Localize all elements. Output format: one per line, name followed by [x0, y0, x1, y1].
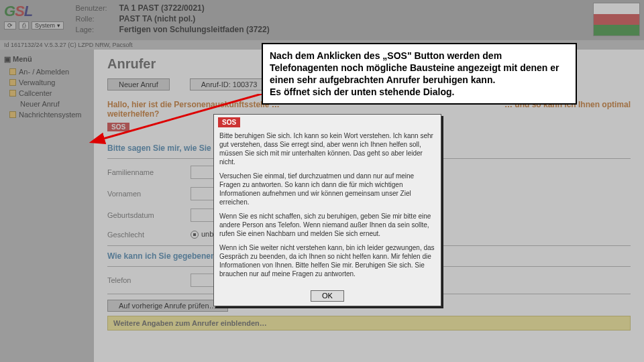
new-call-button[interactable]: Neuer Anruf	[107, 78, 170, 90]
sidebar-item-admin[interactable]: Verwaltung	[3, 77, 91, 88]
sidebar-header: ▣ Menü	[3, 54, 91, 66]
logo-block: GSL ⟳ ⎙ System ▾	[4, 3, 64, 29]
dialog-tag: SOS	[218, 117, 240, 127]
dialog-p1: Bitte beruhigen Sie sich. Ich kann so ke…	[219, 131, 435, 166]
sidebar-item-login[interactable]: An- / Abmelden	[3, 66, 91, 77]
folder-icon	[9, 68, 16, 75]
label-user: Benutzer:	[76, 3, 107, 13]
system-dropdown[interactable]: System ▾	[32, 21, 64, 29]
annotation-callout: Nach dem Anklicken des „SOS" Button werd…	[262, 43, 577, 105]
dialog-p3: Wenn Sie es nicht schaffen, sich zu beru…	[219, 212, 435, 238]
value-user: TA 1 PAST (3722/0021)	[119, 3, 270, 13]
sys-print-icon[interactable]: ⎙	[19, 21, 29, 29]
dialog-p4: Wenn ich Sie weiter nicht verstehen kann…	[219, 243, 435, 278]
value-context: Fertigen von Schulungsleitfaden (3722)	[119, 24, 270, 35]
label-role: Rolle:	[76, 13, 107, 24]
sidebar-item-callcenter[interactable]: Callcenter	[3, 88, 91, 99]
label-gender: Geschlecht	[107, 231, 181, 239]
dialog-p2: Versuchen Sie einmal, tief durchzuatmen …	[219, 172, 435, 206]
header-value-col: TA 1 PAST (3722/0021) PAST TA (nicht pol…	[119, 3, 270, 35]
sidebar-item-messaging[interactable]: Nachrichtensystem	[3, 109, 91, 120]
check-prev-calls-button[interactable]: Auf vorherige Anrufe prüfen…	[107, 300, 228, 312]
label-context: Lage:	[76, 24, 107, 35]
top-bar: GSL ⟳ ⎙ System ▾ Benutzer: Rolle: Lage: …	[0, 0, 644, 40]
dialog-ok-button[interactable]: OK	[311, 290, 344, 302]
label-phone: Telefon	[107, 276, 181, 284]
caller-id-display: Anruf-ID: 100373	[190, 78, 269, 90]
label-lastname: Familienname	[107, 168, 181, 176]
sidebar-item-new-call[interactable]: Neuer Anruf	[3, 99, 91, 109]
folder-icon	[9, 111, 16, 118]
expand-caller-details[interactable]: Weitere Angaben zum Anrufer einblenden…	[107, 316, 631, 330]
label-dob: Geburtsdatum	[107, 211, 181, 219]
header-label-col: Benutzer: Rolle: Lage:	[76, 3, 107, 35]
callout-text: Nach dem Anklicken des „SOS" Button werd…	[270, 50, 559, 97]
label-firstname: Vornamen	[107, 190, 181, 198]
sos-button[interactable]: SOS	[107, 123, 129, 131]
sys-refresh-icon[interactable]: ⟳	[4, 21, 16, 29]
folder-icon	[9, 90, 16, 97]
sos-dialog: SOS Bitte beruhigen Sie sich. Ich kann s…	[213, 114, 441, 306]
nrw-crest	[593, 3, 640, 36]
sidebar: ▣ Menü An- / Abmelden Verwaltung Callcen…	[0, 50, 94, 362]
app-logo: GSL	[4, 3, 64, 20]
value-role: PAST TA (nicht pol.)	[119, 13, 270, 24]
folder-icon	[9, 79, 16, 86]
